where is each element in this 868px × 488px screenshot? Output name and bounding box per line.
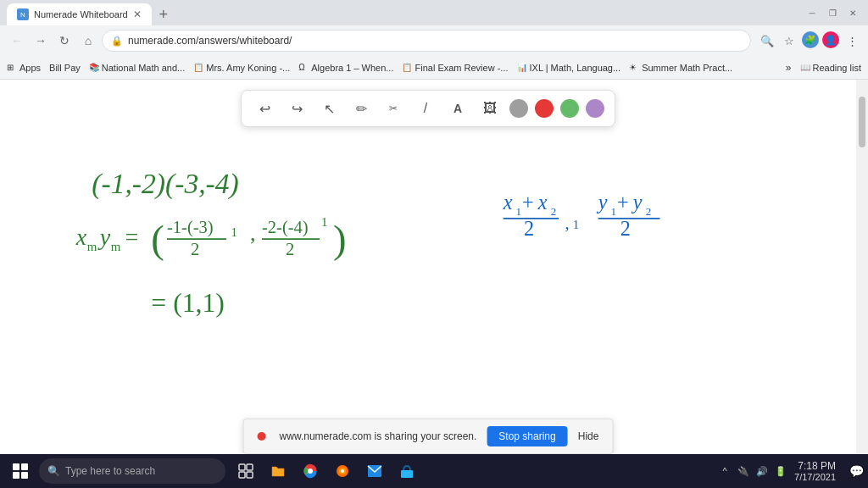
mail-icon[interactable] (359, 456, 390, 486)
apps-bookmark-icon: ⊞ (7, 63, 17, 73)
svg-text:=: = (125, 224, 139, 250)
bookmark-billpay[interactable]: Bill Pay (49, 63, 81, 73)
select-tool[interactable]: ↖ (316, 96, 342, 121)
minimize-button[interactable]: ─ (804, 7, 821, 19)
text-tool[interactable]: A (445, 96, 470, 121)
taskbar-pinned-icons (231, 456, 422, 486)
finalexam-icon: 📋 (402, 63, 412, 73)
svg-rect-37 (247, 472, 253, 478)
taskbar-search-box[interactable]: 🔍 Type here to search (39, 458, 225, 484)
title-bar: N Numerade Whiteboard ✕ + ─ ❐ ✕ (0, 0, 868, 25)
clock-date: 7/17/2021 (794, 472, 836, 482)
close-button[interactable]: ✕ (844, 7, 861, 19)
bookmark-billpay-label: Bill Pay (49, 63, 81, 73)
image-tool[interactable]: 🖼 (477, 96, 503, 121)
bookmark-finalexam-label: Final Exam Review -... (415, 63, 508, 73)
back-button[interactable]: ← (7, 30, 27, 51)
volume-icon[interactable]: 🔊 (754, 463, 771, 480)
svg-text:+: + (522, 191, 534, 214)
active-tab[interactable]: N Numerade Whiteboard ✕ (7, 3, 152, 25)
drawing-toolbar: ↩ ↪ ↖ ✏ ✂ / A 🖼 (241, 90, 615, 127)
tab-close-button[interactable]: ✕ (133, 8, 142, 20)
svg-text:1: 1 (516, 205, 522, 218)
bookmarks-more[interactable]: » (786, 62, 792, 74)
window-controls: ─ ❐ ✕ (804, 7, 861, 19)
restore-button[interactable]: ❐ (824, 7, 841, 19)
scroll-thumb[interactable] (859, 97, 865, 147)
whiteboard-canvas[interactable]: ↩ ↪ ↖ ✏ ✂ / A 🖼 (-1,-2)(-3,-4) x m (0, 80, 856, 454)
svg-point-39 (308, 469, 313, 474)
start-button[interactable] (3, 454, 37, 488)
svg-point-42 (341, 469, 344, 473)
eraser-tool[interactable]: ✂ (381, 96, 406, 121)
color-green-button[interactable] (560, 99, 579, 118)
new-tab-button[interactable]: + (152, 3, 175, 25)
forward-button[interactable]: → (31, 30, 51, 51)
svg-text:-1-(-3): -1-(-3) (167, 218, 214, 237)
bookmark-algebra-label: Algebra 1 – When... (311, 63, 393, 73)
svg-text:1: 1 (573, 218, 579, 231)
readinglist-icon: 📖 (800, 63, 810, 73)
svg-text:2: 2 (191, 240, 199, 258)
chrome-icon[interactable] (295, 456, 326, 486)
bookmark-amykoining[interactable]: 📋 Mrs. Amy Koning -... (193, 63, 290, 73)
svg-text:): ) (333, 217, 347, 261)
redo-button[interactable]: ↪ (284, 96, 309, 121)
svg-rect-35 (247, 464, 253, 470)
svg-text:2: 2 (524, 217, 534, 240)
extensions-icon[interactable]: 🧩 (802, 31, 819, 48)
stop-sharing-button[interactable]: Stop sharing (487, 426, 567, 446)
home-button[interactable]: ⌂ (78, 30, 98, 51)
clock-time: 7:18 PM (794, 460, 836, 472)
math-content: (-1,-2)(-3,-4) x m y m = ( -1-(-3) 2 1 ,… (0, 122, 856, 454)
settings-menu-icon[interactable]: ⋮ (843, 31, 861, 50)
bookmark-ixl[interactable]: 📊 IXL | Math, Languag... (517, 63, 621, 73)
search-icon[interactable]: 🔍 (758, 31, 776, 50)
bookmark-algebra[interactable]: Ω Algebra 1 – When... (298, 63, 393, 73)
tray-chevron[interactable]: ^ (716, 463, 733, 480)
tab-title: Numerade Whiteboard (34, 9, 128, 19)
profile-icon[interactable]: 👤 (822, 31, 839, 48)
svg-text:2: 2 (620, 217, 631, 240)
content-area: ↩ ↪ ↖ ✏ ✂ / A 🖼 (-1,-2)(-3,-4) x m (0, 80, 868, 454)
svg-text:m: m (87, 240, 97, 253)
svg-text:+: + (617, 191, 629, 214)
bookmark-finalexam[interactable]: 📋 Final Exam Review -... (402, 63, 508, 73)
url-text: numerade.com/answers/whiteboard/ (128, 35, 742, 47)
address-bar[interactable]: 🔒 numerade.com/answers/whiteboard/ (102, 30, 751, 52)
taskview-button[interactable] (231, 456, 261, 486)
bookmark-amykoining-label: Mrs. Amy Koning -... (206, 63, 290, 73)
notification-icon[interactable]: 💬 (848, 463, 865, 480)
sharing-indicator-dot (258, 432, 266, 441)
color-red-button[interactable] (535, 99, 554, 118)
bookmark-nationalmath[interactable]: 📚 National Math and... (89, 63, 185, 73)
firefox-icon[interactable] (327, 456, 358, 486)
color-purple-button[interactable] (586, 99, 604, 118)
navigation-bar: ← → ↻ ⌂ 🔒 numerade.com/answers/whiteboar… (0, 25, 868, 56)
pen-tool[interactable]: / (413, 96, 438, 121)
bookmark-summermath[interactable]: ☀ Summer Math Pract... (629, 63, 732, 73)
tab-favicon: N (17, 8, 29, 20)
svg-text:1: 1 (231, 225, 237, 239)
system-tray: ^ 🔌 🔊 🔋 7:18 PM 7/17/2021 💬 (716, 460, 865, 482)
bookmark-ixl-label: IXL | Math, Languag... (530, 63, 621, 73)
system-clock[interactable]: 7:18 PM 7/17/2021 (794, 460, 836, 482)
vertical-scrollbar[interactable] (856, 80, 868, 454)
bookmark-readinglist[interactable]: 📖 Reading list (800, 63, 861, 73)
bookmark-apps[interactable]: ⊞ Apps (7, 63, 41, 73)
hide-button[interactable]: Hide (578, 430, 599, 442)
network-icon[interactable]: 🔌 (735, 463, 752, 480)
svg-rect-44 (401, 470, 413, 478)
bookmark-star-icon[interactable]: ☆ (780, 31, 798, 50)
svg-text:2: 2 (551, 205, 557, 218)
refresh-button[interactable]: ↻ (54, 30, 75, 51)
taskbar: 🔍 Type here to search (0, 454, 868, 488)
pencil-tool[interactable]: ✏ (348, 96, 374, 121)
battery-icon[interactable]: 🔋 (772, 463, 789, 480)
file-explorer-icon[interactable] (263, 456, 293, 486)
color-gray-button[interactable] (509, 99, 528, 118)
svg-text:(-1,-2)(-3,-4): (-1,-2)(-3,-4) (92, 168, 238, 200)
svg-text:= (1,1): = (1,1) (151, 288, 225, 318)
store-icon[interactable] (392, 456, 422, 486)
undo-button[interactable]: ↩ (252, 96, 277, 121)
